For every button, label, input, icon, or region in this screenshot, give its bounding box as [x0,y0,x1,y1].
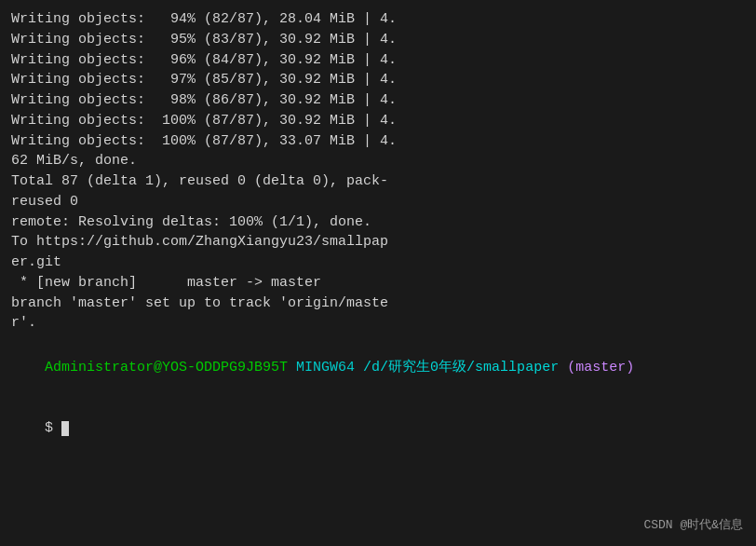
prompt-line[interactable]: Administrator@YOS-ODDPG9JB95T MINGW64 /d… [11,337,745,398]
output-line-8: 62 MiB/s, done. [11,151,745,171]
output-line-5: Writing objects: 98% (86/87), 30.92 MiB … [11,90,745,111]
output-line-10: reused 0 [11,192,745,212]
prompt-mingw: MINGW64 [296,360,355,375]
output-line-15: branch 'master' set up to track 'origin/… [11,293,745,314]
output-line-12: To https://github.com/ZhangXiangyu23/sma… [11,232,745,253]
terminal-window: Writing objects: 94% (82/87), 28.04 MiB … [0,0,756,546]
input-line[interactable]: $ [11,398,745,458]
output-line-2: Writing objects: 95% (83/87), 30.92 MiB … [11,30,745,50]
output-line-7: Writing objects: 100% (87/87), 33.07 MiB… [11,131,745,152]
prompt-path: /d/研究生0年级/smallpaper [363,360,559,375]
prompt-dollar: $ [45,420,53,436]
output-line-6: Writing objects: 100% (87/87), 30.92 MiB… [11,111,745,131]
output-line-4: Writing objects: 97% (85/87), 30.92 MiB … [11,70,745,90]
terminal-cursor [61,421,69,436]
output-line-13: er.git [11,253,745,273]
output-line-14: * [new branch] master -> master [11,273,745,293]
output-line-16: r'. [11,313,745,334]
watermark: CSDN @时代&信息 [643,517,743,535]
output-line-3: Writing objects: 96% (84/87), 30.92 MiB … [11,50,745,71]
output-line-1: Writing objects: 94% (82/87), 28.04 MiB … [11,9,745,30]
output-line-11: remote: Resolving deltas: 100% (1/1), do… [11,212,745,233]
prompt-branch: (master) [567,360,634,375]
prompt-user-host: Administrator@YOS-ODDPG9JB95T [45,360,288,375]
output-line-9: Total 87 (delta 1), reused 0 (delta 0), … [11,171,745,192]
